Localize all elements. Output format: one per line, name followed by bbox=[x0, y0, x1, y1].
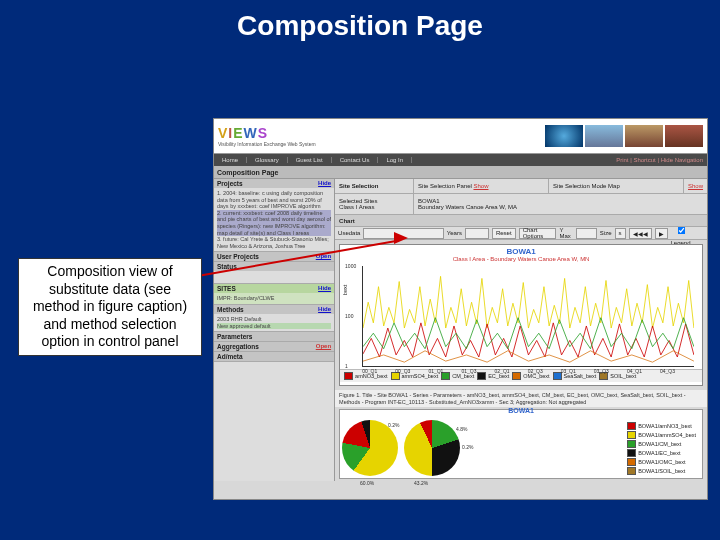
rock-image bbox=[665, 125, 703, 147]
nav-login[interactable]: Log In bbox=[378, 157, 412, 163]
pie-label: 43.2% bbox=[414, 480, 428, 486]
pie-label: 60.0% bbox=[360, 480, 374, 486]
user-projects-title: User Projects bbox=[217, 253, 259, 260]
legend-swatch bbox=[477, 372, 486, 380]
project-item[interactable]: 1. 2004: baseline: c using daily composi… bbox=[217, 190, 331, 210]
nav-home[interactable]: Home bbox=[214, 157, 247, 163]
callout-box: Composition view of substitute data (see… bbox=[18, 258, 202, 356]
legend-label: BOWA1/OMC_bext bbox=[638, 459, 685, 465]
xtick: 03_Q3 bbox=[594, 368, 609, 374]
legend-swatch bbox=[627, 440, 636, 448]
size-label: Size bbox=[600, 230, 612, 236]
class1-label: Class I Areas bbox=[339, 204, 374, 210]
parameters-title: Parameters bbox=[217, 333, 252, 340]
xtick: 04_Q1 bbox=[627, 368, 642, 374]
usedata-label: Usedata bbox=[338, 230, 360, 236]
app-window: VIEWS Visibility Information Exchange We… bbox=[213, 118, 708, 500]
xtick: 04_Q3 bbox=[660, 368, 675, 374]
chart-traces bbox=[363, 266, 694, 369]
pie-legend: BOWA1/amNO3_bext BOWA1/ammSO4_bext BOWA1… bbox=[627, 422, 696, 475]
ss-show[interactable]: Show bbox=[688, 183, 703, 189]
years-label: Years bbox=[447, 230, 462, 236]
size-select[interactable]: s bbox=[615, 228, 626, 239]
reset-button[interactable]: Reset bbox=[492, 228, 516, 239]
ss-panel-show[interactable]: Show bbox=[473, 183, 488, 189]
xtick: 02_Q3 bbox=[528, 368, 543, 374]
legend-label: BOWA1/amNO3_bext bbox=[638, 423, 692, 429]
years-input[interactable] bbox=[465, 228, 489, 239]
ss-panel-label: Site Selection Panel bbox=[418, 183, 472, 189]
project-item[interactable]: 2. current: xxxbext: coef 2008 daily tim… bbox=[217, 210, 331, 236]
legend-swatch bbox=[627, 467, 636, 475]
aggregations-title: Aggregations bbox=[217, 343, 259, 350]
ss-mode: Site Selection Mode Map bbox=[549, 179, 684, 193]
next-button[interactable]: ▶ bbox=[655, 228, 668, 239]
nav-glossary[interactable]: Glossary bbox=[247, 157, 288, 163]
chart-toolbar: Usedata Years Reset Chart Options Y Max … bbox=[335, 227, 707, 240]
legend-swatch bbox=[627, 458, 636, 466]
ytick: 1 bbox=[345, 363, 348, 369]
canyon-image bbox=[625, 125, 663, 147]
xtick: 01_Q3 bbox=[461, 368, 476, 374]
legend-label: BOWA1/SOIL_bext bbox=[638, 468, 685, 474]
aggregations-link[interactable]: Open bbox=[316, 343, 331, 350]
pie-label: 0.2% bbox=[388, 422, 399, 428]
ymax-input[interactable] bbox=[576, 228, 597, 239]
pie-charts: 60.0% 0.2% 4.8% 0.2% 43.2% BOWA1/amNO3_b… bbox=[339, 409, 703, 479]
logo-letter: W bbox=[244, 125, 258, 141]
nav-guestlist[interactable]: Guest List bbox=[288, 157, 332, 163]
projects-title: Projects bbox=[217, 180, 243, 187]
method-item[interactable]: 2003 RHR Default bbox=[217, 316, 331, 323]
xtick: 03_Q1 bbox=[561, 368, 576, 374]
prev-button[interactable]: ◀◀◀ bbox=[629, 228, 652, 239]
logo-sub: Visibility Information Exchange Web Syst… bbox=[218, 141, 316, 147]
pie-2 bbox=[404, 420, 460, 476]
slide-title: Composition Page bbox=[0, 0, 720, 42]
callout-arrow-head bbox=[394, 232, 408, 244]
legend-swatch bbox=[627, 431, 636, 439]
top-chart: BOWA1 Class I Area - Boundary Waters Can… bbox=[339, 244, 703, 386]
pie-label: 0.2% bbox=[462, 444, 473, 450]
right-panel: Site Selection Site Selection Panel Show… bbox=[335, 179, 707, 481]
nav-contact[interactable]: Contact Us bbox=[332, 157, 379, 163]
legend-swatch bbox=[627, 422, 636, 430]
y-axis-label: bext bbox=[342, 285, 348, 295]
page-header-row: Composition Page bbox=[214, 166, 707, 179]
legend-label: BOWA1/CM_bext bbox=[638, 441, 681, 447]
xtick: 01_Q1 bbox=[428, 368, 443, 374]
legend-swatch bbox=[627, 449, 636, 457]
ytick: 1000 bbox=[345, 263, 356, 269]
legend-label: BOWA1/EC_bext bbox=[638, 450, 680, 456]
project-item[interactable]: 3. future: Cal Yrete & Stubuck-Stasonio … bbox=[217, 236, 331, 249]
admeta-title: Ad/meta bbox=[217, 353, 243, 360]
methods-title: Methods bbox=[217, 306, 244, 313]
site-selection-label: Site Selection bbox=[335, 179, 414, 193]
logo-letter: E bbox=[233, 125, 243, 141]
chart-subtitle: Class I Area - Boundary Waters Canoe Are… bbox=[340, 256, 702, 262]
chart-title: BOWA1 bbox=[340, 245, 702, 256]
views-logo: VIEWS Visibility Information Exchange We… bbox=[218, 125, 316, 147]
sites-link[interactable]: Hide bbox=[318, 285, 331, 292]
top-right-links[interactable]: Print | Shortcut | Hide Navigation bbox=[616, 157, 707, 163]
projects-hide-link[interactable]: Hide bbox=[318, 180, 331, 187]
chart-plot: 1000 100 1 00_Q1 00_Q3 01_Q1 01_Q3 02_Q1… bbox=[362, 266, 694, 367]
app-header: VIEWS Visibility Information Exchange We… bbox=[214, 119, 707, 154]
logo-letter: S bbox=[258, 125, 268, 141]
sites-title: SITES bbox=[217, 285, 236, 292]
legend-checkbox[interactable] bbox=[677, 226, 685, 234]
figure-caption: Figure 1. Title - Site BOWA1 - Series - … bbox=[335, 390, 707, 407]
sky-image bbox=[585, 125, 623, 147]
xtick: 02_Q1 bbox=[495, 368, 510, 374]
class1-text: Boundary Waters Canoe Area W, MA bbox=[418, 204, 517, 210]
chart-options-button[interactable]: Chart Options bbox=[519, 228, 557, 239]
legend-swatch bbox=[344, 372, 353, 380]
sites-body: IMPR: Boundary/CLWE bbox=[214, 293, 334, 304]
xtick: 00_Q3 bbox=[395, 368, 410, 374]
method-item[interactable]: New approved default bbox=[217, 323, 331, 330]
header-images bbox=[543, 125, 703, 147]
legend-swatch bbox=[512, 372, 521, 380]
left-panel: ProjectsHide 1. 2004: baseline: c using … bbox=[214, 179, 335, 481]
chart-tab[interactable]: Chart bbox=[335, 215, 359, 226]
methods-link[interactable]: Hide bbox=[318, 306, 331, 313]
pies-title: BOWA1 bbox=[508, 407, 534, 414]
